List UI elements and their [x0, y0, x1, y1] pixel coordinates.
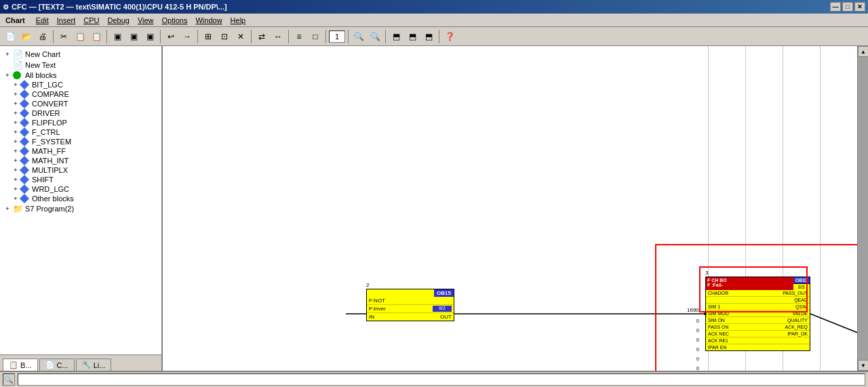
menu-insert[interactable]: Insert [53, 15, 80, 26]
svg-text:0: 0 [696, 319, 699, 323]
page-icon: 📄 [13, 60, 23, 70]
zoom-out-button[interactable]: 🔍 [368, 29, 382, 44]
expand-icon: + [12, 91, 19, 98]
menu-chart[interactable]: Chart [1, 15, 29, 26]
merge-button[interactable]: ↔ [271, 29, 285, 44]
open-button[interactable]: 📂 [19, 29, 34, 44]
left-panel: + 📄 New Chart 📄 New Text + All blocks + … [0, 46, 163, 371]
tree-item-convert[interactable]: + CONVERT [1, 99, 160, 108]
blue-diamond-icon [20, 118, 29, 127]
paste-button[interactable]: 📋 [89, 29, 104, 44]
menu-cpu[interactable]: CPU [79, 15, 103, 26]
block-number: 2 [366, 282, 454, 288]
copy-button[interactable]: 📋 [73, 29, 87, 44]
tree-label-convert: CONVERT [32, 100, 68, 108]
tree-item-bit-lgc[interactable]: + BIT_LGC [1, 80, 160, 89]
tab-li-label: Li... [94, 361, 106, 369]
tree-item-shift[interactable]: + SHIFT [1, 175, 160, 184]
row-pass-on: PASS ON [708, 325, 729, 329]
connect-button[interactable]: ⊞ [201, 29, 216, 44]
svg-text:0: 0 [696, 338, 699, 342]
green-circle-icon [13, 71, 21, 79]
expand-icon: + [12, 176, 19, 183]
row-value: VALUE [793, 311, 808, 316]
search-icon[interactable]: 🔍 [3, 373, 15, 386]
blue-diamond-icon [20, 89, 29, 99]
expand-icon: + [12, 186, 19, 192]
tree-item-flipflop[interactable]: + FLIPFLOP [1, 118, 160, 127]
tree-item-s7-program[interactable]: + 📁 S7 Program(2) [1, 203, 160, 214]
chador-block[interactable]: 3 F CH BO F :Fail- OB33 8/3 CHADOR P [705, 270, 810, 351]
help-button[interactable]: ❓ [442, 29, 457, 44]
folder-icon: 📁 [13, 204, 23, 213]
tab-b[interactable]: 📋 B... [3, 359, 38, 371]
minimize-button[interactable]: — [830, 2, 841, 12]
tab-li-icon: 🔧 [82, 361, 92, 369]
tree-label-all-blocks: All blocks [25, 71, 56, 79]
menu-view[interactable]: View [134, 15, 158, 26]
status-input[interactable] [18, 373, 865, 386]
block-header-left: F CH BO F :Fail- [706, 277, 793, 290]
expand-icon: + [12, 195, 19, 202]
menu-edit[interactable]: Edit [32, 15, 53, 26]
right-scrollbar[interactable]: ▲ ▼ [857, 46, 868, 371]
window-button[interactable]: □ [308, 29, 323, 44]
tree-label-wrd-lgc: WRD_LGC [32, 185, 69, 193]
tree-item-new-text[interactable]: 📄 New Text [1, 60, 160, 70]
tree-view[interactable]: + 📄 New Chart 📄 New Text + All blocks + … [0, 46, 161, 354]
tree-item-multiplx[interactable]: + MULTIPLX [1, 165, 160, 175]
undo-button[interactable]: ↩ [163, 29, 178, 44]
swap-button[interactable]: ⇄ [254, 29, 269, 44]
row-sim1: SIM 1 [708, 304, 720, 309]
scroll-down-button[interactable]: ▼ [858, 360, 868, 371]
delete-button[interactable]: ✕ [233, 29, 248, 44]
tree-item-wrd-lgc[interactable]: + WRD_LGC [1, 184, 160, 194]
view1-button[interactable]: ⬒ [389, 29, 403, 44]
redo-button[interactable]: → [180, 29, 195, 44]
inverter-block[interactable]: 2 OB15 F:NOT F:Inver 8/2 IN OUT [366, 282, 454, 321]
title-bar: ⚙ CFC — [TEXT2 — text\SIMATIC 400(1)\CPU… [0, 0, 868, 14]
row-quality: QUALITY [787, 318, 808, 323]
menu-help[interactable]: Help [226, 15, 250, 26]
view3-button[interactable]: ⬒ [421, 29, 436, 44]
tool3-button[interactable]: ▣ [142, 29, 157, 44]
block-row-label: F:NOT [369, 298, 385, 304]
tree-item-math-ff[interactable]: + MATH_FF [1, 146, 160, 156]
row-ipar-ok: IPAR_OK [787, 331, 808, 336]
menu-options[interactable]: Options [158, 15, 192, 26]
expand-icon: + [12, 167, 19, 174]
expand-icon: + [12, 148, 19, 155]
blue-diamond-icon [20, 99, 29, 108]
blue-diamond-icon [20, 194, 29, 203]
new-button[interactable]: 📄 [3, 29, 18, 44]
tree-item-new-chart[interactable]: + 📄 New Chart [1, 49, 160, 60]
cut-button[interactable]: ✂ [56, 29, 71, 44]
tree-item-compare[interactable]: + COMPARE [1, 89, 160, 99]
zoom-in-button[interactable]: 🔍 [351, 29, 366, 44]
table-button[interactable]: ≡ [292, 29, 307, 44]
tree-label-bit-lgc: BIT_LGC [32, 81, 63, 89]
tree-label-math-ff: MATH_FF [32, 147, 66, 155]
tree-item-all-blocks[interactable]: + All blocks [1, 70, 160, 80]
menu-debug[interactable]: Debug [103, 15, 133, 26]
tree-item-driver[interactable]: + DRIVER [1, 108, 160, 118]
tab-c[interactable]: 📄 C... [39, 359, 75, 371]
tool1-button[interactable]: ▣ [110, 29, 125, 44]
view2-button[interactable]: ⬒ [405, 29, 420, 44]
tree-item-f-system[interactable]: + F_SYSTEM [1, 137, 160, 146]
tab-li[interactable]: 🔧 Li... [76, 359, 112, 371]
tool2-button[interactable]: ▣ [126, 29, 141, 44]
maximize-button[interactable]: □ [842, 2, 853, 12]
canvas-area[interactable]: 1690 2 OB15 F:NOT F:Inver 8/2 [163, 46, 857, 371]
row-chador: CHADOR [708, 291, 728, 296]
menu-window[interactable]: Window [191, 15, 226, 26]
close-button[interactable]: ✕ [854, 2, 865, 12]
tree-item-other-blocks[interactable]: + Other blocks [1, 194, 160, 203]
scroll-up-button[interactable]: ▲ [858, 46, 868, 57]
tree-item-f-ctrl[interactable]: + F_CTRL [1, 127, 160, 137]
tree-item-math-int[interactable]: + MATH_INT [1, 156, 160, 165]
print-button[interactable]: 🖨 [35, 29, 50, 44]
disconnect-button[interactable]: ⊡ [217, 29, 232, 44]
zoom-input[interactable] [329, 30, 345, 43]
scroll-track[interactable] [858, 57, 868, 360]
